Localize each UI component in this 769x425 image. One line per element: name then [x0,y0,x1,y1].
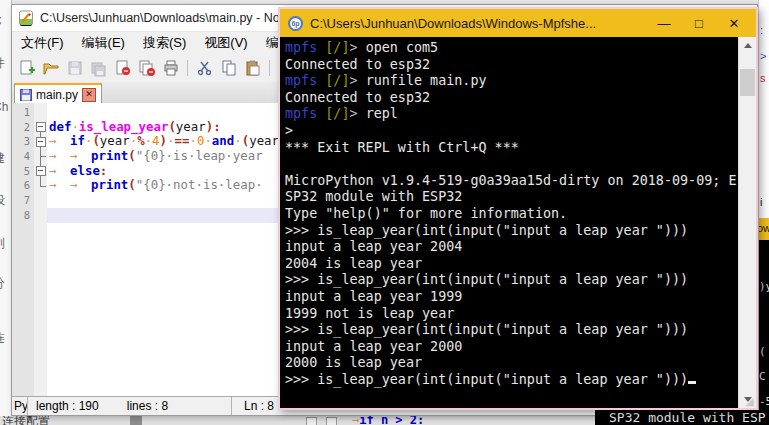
background-code-fragment: →if n > 2: [352,416,424,425]
save-all-button[interactable] [88,58,109,79]
terminal-line: >>> is_leap_year(int(input("input a leap… [285,372,739,389]
unsaved-floppy-icon [20,89,32,101]
background-glyph-fragment: > [760,50,766,62]
terminal-line: input a leap year 2004 [285,239,739,256]
terminal-line: mpfs [/]> repl [285,106,739,123]
line-number: 8 [12,208,34,223]
scrollbar-thumb[interactable] [740,69,755,96]
background-glyph-fragment: 连 [0,330,5,347]
copy-button[interactable] [218,58,239,79]
statusbar-lines: lines : 8 [127,399,168,413]
terminal-line: Type "help()" for more information. [285,206,739,223]
fold-marker[interactable] [34,164,47,179]
tab-main-py[interactable]: main.py ✕ [14,83,102,104]
paste-button[interactable] [242,58,263,79]
tab-close-icon[interactable]: ✕ [82,88,96,102]
background-glyph-fragment: Ch [0,100,8,114]
terminal-output: mpfs [/]> open com5Connected to esp32mpf… [285,40,739,388]
background-icon-fragment [306,417,317,425]
line-number: 3 [12,134,34,149]
fold-marker[interactable] [34,134,47,149]
terminal-line: Connected to esp32 [285,57,739,74]
notepad-window-title: C:\Users\Junhuan\Downloads\main.py - No [40,11,280,25]
line-number: 7 [12,193,34,208]
terminal-line: mpfs [/]> open com5 [285,40,739,57]
background-scrollbar-fragment [130,416,142,425]
behind-terminal-content-fragment: )y(C-5SP [759,240,769,425]
behind-terminal-glyph-fragment: )y [759,280,769,293]
terminal-line: Connected to esp32 [285,90,739,107]
fold-marker[interactable] [34,105,47,120]
menu-item-4[interactable]: 视图(V) [195,32,256,54]
statusbar-ln: Ln : 8 [244,399,274,413]
terminal-line: >>> is_leap_year(int(input("input a leap… [285,272,739,289]
terminal-line: mpfs [/]> runfile main.py [285,73,739,90]
open-file-button[interactable] [40,58,61,79]
scroll-up-icon[interactable] [739,37,756,54]
notepad-app-icon [18,10,34,26]
toolbar-separator [269,60,270,76]
terminal-line: >>> is_leap_year(int(input("input a leap… [285,322,739,339]
background-glyph-fragment: : [760,24,763,36]
terminal-window: 6p C:\Users\Junhuan\Downloads\Windows-Mp… [278,7,758,410]
terminal-line: 2000 is leap year [285,355,739,372]
fold-marker[interactable] [34,120,47,135]
new-file-button[interactable] [16,58,37,79]
menu-item-1[interactable]: 文件(F) [12,32,73,54]
terminal-line: >>> is_leap_year(int(input("input a leap… [285,223,739,240]
statusbar-doc-info: length : 190 lines : 8 [28,397,232,415]
tab-label: main.py [36,88,78,102]
fold-marker[interactable] [34,149,47,164]
background-icon-fragment [326,417,337,425]
terminal-line: 1999 not is leap year [285,306,739,323]
terminal-line: SP32 module with ESP32 [285,189,739,206]
terminal-line: > [285,123,739,140]
line-number: 5 [12,164,34,179]
print-button[interactable] [160,58,181,79]
background-window-right-sliver: ow )y(C-5SP :>si [758,0,769,425]
background-glyph-fragment: 设 [0,192,5,209]
maximize-button[interactable]: □ [685,16,713,31]
terminal-body[interactable]: mpfs [/]> open com5Connected to esp32mpf… [280,37,756,408]
line-number: 6 [12,178,34,193]
menu-item-2[interactable]: 编辑(E) [73,32,134,54]
terminal-scrollbar[interactable] [738,37,756,408]
background-glyph-fragment: 到 [0,235,5,252]
background-glyph-fragment: i [760,196,762,208]
behind-terminal-glyph-fragment: -5 [759,395,769,408]
terminal-line: input a leap year 1999 [285,289,739,306]
close-window-button[interactable]: ✕ [720,16,748,31]
save-button[interactable] [64,58,85,79]
fold-marker[interactable] [34,193,47,208]
fold-marker[interactable] [34,178,47,193]
background-chinese-text: 连接配置 [2,416,50,425]
terminal-line: input a leap year 2000 [285,339,739,356]
background-glyph-fragment: 件 [0,55,5,72]
terminal-line: 2004 is leap year [285,256,739,273]
close-all-button[interactable] [136,58,157,79]
fold-marker[interactable] [34,208,47,223]
statusbar-filetype: Py [12,397,28,415]
behind-terminal-glyph-fragment: C [759,370,766,383]
line-number: 2 [12,120,34,135]
line-number: 4 [12,149,34,164]
cut-button[interactable] [194,58,215,79]
behind-terminal-bottom-fragment: SP32 module with ESP [595,410,769,425]
menu-item-3[interactable]: 搜索(S) [134,32,195,54]
background-glyph-fragment: 分 [0,275,5,292]
text-cursor [688,381,696,384]
background-glyph-fragment: C [0,14,2,28]
desktop: C件Ch建设到分连L 连接配置 →if n > 2: C:\Users\Junh… [0,0,769,425]
line-number: 1 [12,105,34,120]
toolbar-separator [187,60,188,76]
terminal-app-icon: 6p [288,16,303,31]
close-button[interactable] [112,58,133,79]
minimize-button[interactable]: — [650,16,678,31]
behind-terminal-text: SP32 module with ESP [609,410,766,425]
statusbar-length: length : 190 [36,399,99,413]
terminal-titlebar[interactable]: 6p C:\Users\Junhuan\Downloads\Windows-Mp… [280,9,756,37]
resize-grip-icon[interactable]: ◢ [743,395,756,408]
terminal-window-title: C:\Users\Junhuan\Downloads\Windows-Mpfsh… [310,16,643,31]
terminal-line [285,156,739,173]
terminal-line: MicroPython v1.9.4-519-g0a39aa15d-dirty … [285,173,739,190]
